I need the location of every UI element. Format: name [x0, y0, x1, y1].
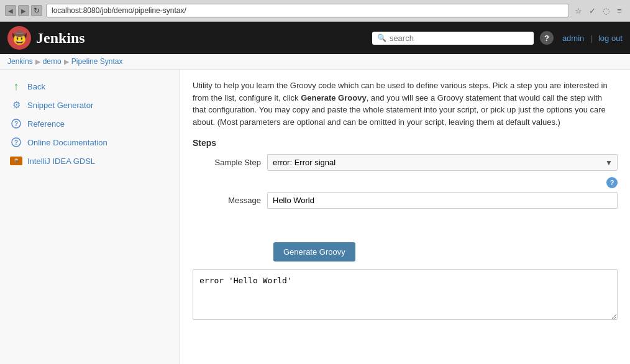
svg-text:?: ?: [14, 121, 18, 127]
online-docs-icon: ?: [10, 136, 22, 148]
search-icon: 🔍: [377, 34, 386, 42]
breadcrumb-sep-1: ▶: [35, 58, 40, 66]
sidebar-link-intellij[interactable]: IntelliJ IDEA GDSL: [27, 157, 95, 166]
forward-nav-button[interactable]: ▶: [18, 5, 29, 16]
sidebar-item-intellij[interactable]: 📦 IntelliJ IDEA GDSL: [0, 152, 180, 170]
sidebar: ↑ Back ⚙ Snippet Generator ? Reference ?: [0, 70, 180, 364]
sidebar-item-online-docs[interactable]: ? Online Documentation: [0, 133, 180, 152]
help-row: ?: [193, 177, 618, 188]
sidebar-item-back[interactable]: ↑ Back: [0, 77, 180, 96]
circle-icon[interactable]: ◌: [600, 5, 611, 16]
jenkins-logo[interactable]: 🤠 Jenkins: [7, 26, 85, 50]
breadcrumb: Jenkins ▶ demo ▶ Pipeline Syntax: [0, 54, 630, 70]
header-user: admin | log out: [562, 34, 623, 43]
back-icon: ↑: [10, 80, 22, 93]
browser-bar: ◀ ▶ ↻ ☆ ✓ ◌ ≡: [0, 0, 630, 22]
snippet-icon: ⚙: [10, 99, 22, 111]
search-container: 🔍: [372, 32, 534, 45]
header-help-button[interactable]: ?: [540, 31, 554, 45]
generate-groovy-button[interactable]: Generate Groovy: [273, 242, 355, 262]
sidebar-item-snippet-generator[interactable]: ⚙ Snippet Generator: [0, 96, 180, 114]
main-layout: ↑ Back ⚙ Snippet Generator ? Reference ?: [0, 70, 630, 364]
description-bold: Generate Groovy: [301, 93, 367, 102]
sidebar-link-back[interactable]: Back: [27, 82, 45, 91]
groovy-output[interactable]: error 'Hello World': [193, 269, 618, 320]
main-content: Utility to help you learn the Groovy cod…: [180, 70, 630, 364]
message-input[interactable]: [267, 192, 618, 209]
star-icon[interactable]: ☆: [573, 5, 584, 16]
reference-icon: ?: [10, 117, 22, 130]
sidebar-link-reference[interactable]: Reference: [27, 119, 65, 129]
svg-text:?: ?: [14, 139, 18, 146]
breadcrumb-demo[interactable]: demo: [43, 57, 62, 66]
back-nav-button[interactable]: ◀: [5, 5, 16, 16]
message-label: Message: [193, 196, 267, 205]
sample-step-row: Sample Step error: Error signal echo: Pr…: [193, 154, 618, 171]
logout-link[interactable]: log out: [598, 34, 623, 43]
description: Utility to help you learn the Groovy cod…: [193, 80, 618, 128]
breadcrumb-sep-2: ▶: [64, 58, 69, 66]
shield-icon[interactable]: ✓: [587, 5, 598, 16]
url-bar[interactable]: [46, 4, 569, 17]
message-row: Message: [193, 192, 618, 209]
sample-step-select[interactable]: error: Error signal echo: Print Message …: [267, 154, 618, 171]
admin-link[interactable]: admin: [562, 34, 584, 43]
menu-icon[interactable]: ≡: [614, 5, 625, 16]
jenkins-header: 🤠 Jenkins 🔍 ? admin | log out: [0, 22, 630, 54]
sidebar-link-snippet[interactable]: Snippet Generator: [27, 101, 93, 110]
browser-icons: ☆ ✓ ◌ ≡: [573, 5, 625, 16]
jenkins-avatar: 🤠: [7, 26, 31, 50]
sidebar-item-reference[interactable]: ? Reference: [0, 114, 180, 133]
nav-buttons: ◀ ▶ ↻: [5, 5, 42, 16]
sample-step-select-wrap: error: Error signal echo: Print Message …: [267, 154, 618, 171]
sample-step-label: Sample Step: [193, 158, 267, 167]
steps-section-label: Steps: [193, 138, 618, 148]
header-separator: |: [590, 34, 592, 43]
jenkins-title: Jenkins: [36, 30, 85, 47]
refresh-button[interactable]: ↻: [31, 5, 42, 16]
step-help-icon[interactable]: ?: [606, 177, 618, 188]
sidebar-link-online-docs[interactable]: Online Documentation: [27, 138, 107, 147]
breadcrumb-jenkins[interactable]: Jenkins: [7, 57, 33, 66]
search-input[interactable]: [390, 34, 529, 43]
breadcrumb-pipeline-syntax[interactable]: Pipeline Syntax: [71, 57, 123, 66]
intellij-icon: 📦: [10, 155, 22, 167]
